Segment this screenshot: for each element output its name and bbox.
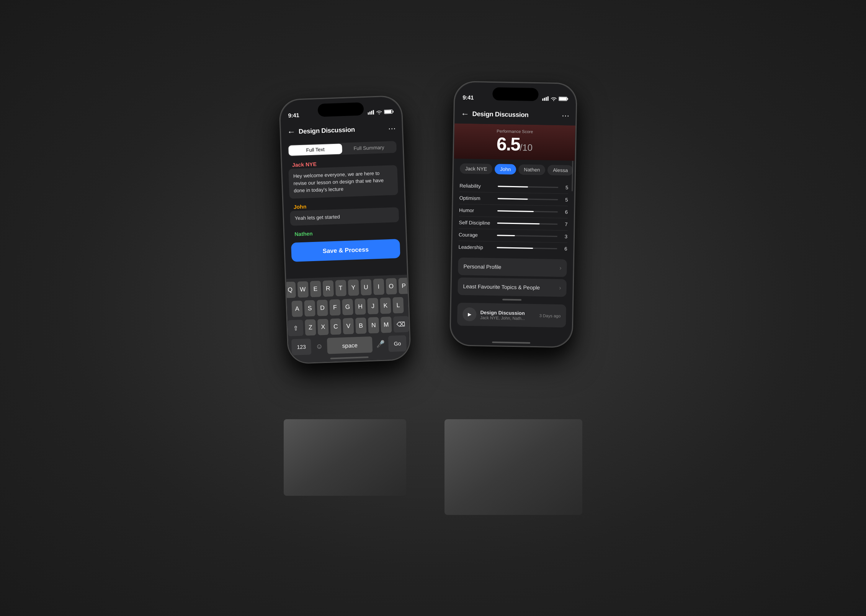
metric-bar-optimism — [498, 198, 558, 200]
battery-icon-left — [384, 109, 394, 114]
svg-rect-2 — [371, 111, 372, 114]
left-screen: 9:41 — [280, 96, 410, 363]
more-button-right[interactable]: ⋯ — [562, 111, 569, 120]
right-phone: 9:41 — [450, 81, 577, 347]
pill-alessa[interactable]: Alessa — [547, 165, 573, 175]
svg-rect-6 — [384, 110, 391, 113]
least-favourite-label: Least Favourite Topics & People — [463, 283, 559, 291]
audio-info: Design Discussion Jack NYE, John, Nath..… — [480, 309, 536, 321]
key-s[interactable]: S — [304, 300, 315, 316]
svg-rect-8 — [544, 98, 545, 101]
metric-value-leadership: 6 — [561, 246, 567, 252]
key-v[interactable]: V — [343, 318, 354, 334]
performance-denominator: /10 — [520, 142, 533, 153]
keyboard: Q W E R T Y U I O P A — [286, 275, 410, 363]
metric-bar-bg-self-discipline — [497, 222, 558, 225]
tab-full-summary[interactable]: Full Summary — [342, 142, 396, 154]
metric-label-optimism: Optimism — [459, 195, 494, 201]
key-b[interactable]: B — [355, 317, 366, 334]
key-f[interactable]: F — [329, 299, 340, 315]
mic-key[interactable]: 🎤 — [374, 336, 387, 352]
space-key[interactable]: space — [327, 336, 373, 354]
emoji-key[interactable]: ☺ — [313, 338, 325, 354]
svg-rect-1 — [369, 111, 371, 114]
svg-rect-13 — [559, 97, 567, 100]
key-l[interactable]: L — [392, 297, 404, 313]
pill-nathen[interactable]: Nathen — [518, 164, 545, 175]
metric-label-courage: Courage — [459, 232, 493, 238]
key-o[interactable]: O — [386, 278, 397, 294]
go-key[interactable]: Go — [388, 335, 407, 352]
play-icon: ▶ — [468, 311, 471, 317]
key-h[interactable]: H — [355, 298, 366, 315]
key-u[interactable]: U — [360, 279, 371, 295]
drag-handle — [451, 298, 572, 302]
message-block-john: John Yeah lets get started — [289, 198, 399, 227]
more-button-left[interactable]: ⋯ — [388, 124, 396, 133]
key-q[interactable]: Q — [284, 281, 296, 298]
save-process-label: Save & Process — [323, 246, 369, 254]
pill-jack-nye[interactable]: Jack NYE — [460, 163, 493, 174]
metric-self-discipline: Self Discipline 7 — [459, 216, 568, 230]
metric-bar-fill-reliability — [498, 186, 528, 187]
key-r[interactable]: R — [322, 280, 333, 297]
key-j[interactable]: J — [367, 298, 378, 314]
play-button[interactable]: ▶ — [462, 307, 477, 321]
chat-text-john: Yeah lets get started — [295, 214, 340, 221]
delete-key[interactable]: ⌫ — [393, 316, 409, 332]
tab-full-text[interactable]: Full Text — [288, 144, 342, 156]
key-y[interactable]: Y — [348, 279, 359, 296]
key-a[interactable]: A — [291, 301, 302, 317]
metric-value-self-discipline: 7 — [561, 221, 567, 227]
tabs-container: Full Text Full Summary — [288, 141, 397, 157]
metric-bar-fill-humor — [497, 210, 534, 212]
personal-profile-chevron: › — [559, 265, 562, 271]
numeric-key[interactable]: 123 — [291, 338, 312, 355]
back-button-right[interactable]: ← — [461, 109, 469, 119]
keyboard-row-2: A S D F G H J K L — [288, 297, 407, 317]
status-icons-left — [368, 109, 394, 114]
key-n[interactable]: N — [368, 317, 379, 333]
message-block-jack: Jack NYE Hey welcome everyone, we are he… — [288, 156, 399, 200]
audio-title: Design Discussion — [480, 309, 536, 316]
emoji-icon: ☺ — [315, 342, 323, 350]
chat-text-jack: Hey welcome everyone, we are here to rev… — [293, 170, 384, 193]
key-t[interactable]: T — [335, 280, 346, 296]
key-x[interactable]: X — [317, 319, 328, 335]
key-d[interactable]: D — [317, 299, 328, 316]
signal-icon-left — [368, 110, 374, 115]
metric-value-courage: 3 — [561, 234, 567, 239]
personal-profile-section[interactable]: Personal Profile › — [458, 257, 567, 277]
svg-rect-9 — [546, 97, 547, 101]
shift-key[interactable]: ⇧ — [288, 319, 303, 336]
key-e[interactable]: E — [310, 281, 321, 297]
key-p[interactable]: P — [398, 278, 409, 294]
wifi-icon-right — [551, 96, 557, 101]
key-k[interactable]: K — [380, 297, 391, 314]
message-block-nathen: Nathen — [291, 225, 400, 238]
performance-header: Performance Score 6.5/10 — [454, 123, 576, 161]
mic-icon: 🎤 — [376, 340, 385, 348]
save-process-button[interactable]: Save & Process — [291, 239, 400, 261]
key-i[interactable]: I — [373, 278, 384, 295]
metric-bar-courage — [497, 235, 557, 237]
pill-john[interactable]: John — [495, 164, 516, 175]
key-c[interactable]: C — [330, 318, 341, 335]
metric-reliability: Reliability 5 — [459, 180, 569, 194]
metric-bar-fill-optimism — [498, 198, 528, 199]
key-w[interactable]: W — [297, 281, 308, 297]
right-content: Performance Score 6.5/10 Jack NYE John N… — [451, 123, 575, 346]
metric-bar-bg-reliability — [498, 186, 558, 188]
audio-participants: Jack NYE, John, Nath... — [480, 315, 536, 321]
audio-player: ▶ Design Discussion Jack NYE, John, Nath… — [457, 302, 566, 327]
keyboard-row-3: ⇧ Z X C V B N M ⌫ — [289, 316, 407, 336]
pedestal-left — [284, 419, 406, 496]
key-m[interactable]: M — [381, 316, 392, 333]
key-z[interactable]: Z — [305, 319, 316, 335]
right-phone-wrapper: 9:41 — [444, 82, 582, 515]
performance-score-container: 6.5/10 — [460, 134, 569, 154]
back-button-left[interactable]: ← — [287, 127, 296, 137]
key-g[interactable]: G — [342, 299, 353, 315]
least-favourite-section[interactable]: Least Favourite Topics & People › — [458, 277, 567, 297]
metric-bar-bg-leadership — [497, 247, 557, 249]
